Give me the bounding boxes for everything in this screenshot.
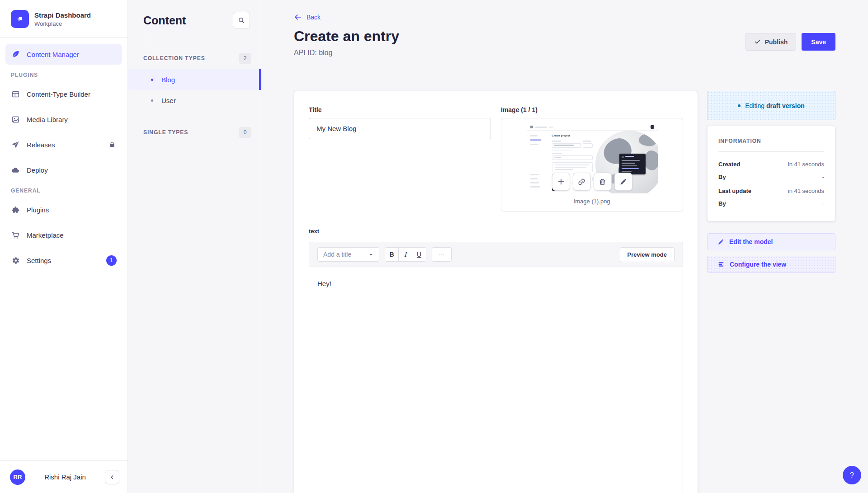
edit-model-label: Edit the model [729,238,773,245]
link-icon [578,178,585,186]
sidebar-footer: RR Rishi Raj Jain [0,460,127,493]
image-asset-card[interactable]: Create project [501,118,683,211]
info-label: Last update [718,188,751,194]
cart-icon [11,230,20,239]
info-value: in 41 seconds [788,161,824,168]
general-section-label: GENERAL [11,188,117,194]
editor-toolbar: Add a title B I U ... Prev [309,242,683,267]
sidebar-item-settings[interactable]: Settings 1 [5,250,122,271]
collection-type-label: User [161,97,176,104]
main-sidebar: Strapi Dashboard Workplace Content Manag… [0,0,128,493]
image-actions [501,173,683,191]
thumb-avatar [651,125,654,129]
collapse-sidebar-button[interactable] [105,470,119,484]
subnav-title: Content [143,14,186,27]
fields-row: Title Image (1 / 1) [309,106,683,211]
bullet-icon [151,99,153,102]
plugins-section-label: PLUGINS [11,72,117,78]
header-actions: Publish Save [745,33,835,51]
bold-button[interactable]: B [385,248,399,261]
list-layout-icon [717,261,725,268]
workspace-subtitle: Workplace [34,20,91,27]
information-divider [718,151,824,152]
publish-label: Publish [765,38,788,46]
save-button[interactable]: Save [802,33,835,51]
user-name: Rishi Raj Jain [32,473,99,481]
info-row-created-by: By - [718,174,824,180]
draft-banner-text: Editing draft version [745,102,805,109]
edit-asset-button[interactable] [614,173,632,191]
subnav-divider [143,40,156,40]
avatar[interactable]: RR [10,470,25,485]
format-button-group: B I U [385,247,426,262]
entry-form-card: Title Image (1 / 1) [294,91,698,493]
title-input[interactable] [309,118,491,139]
rich-text-editor: Add a title B I U ... Prev [309,242,683,493]
save-label: Save [811,38,826,46]
copy-link-button[interactable] [573,173,591,191]
info-row-updated-by: By - [718,200,824,207]
sidebar-item-marketplace[interactable]: Marketplace [5,225,122,245]
information-title: INFORMATION [718,138,824,144]
title-field-label: Title [309,106,491,113]
image-field: Image (1 / 1) [501,106,683,211]
image-field-label: Image (1 / 1) [501,106,683,113]
collection-type-user[interactable]: User [128,90,261,111]
back-link[interactable]: Back [294,13,321,21]
collection-type-blog[interactable]: Blog [128,69,261,90]
text-field: text Add a title B I [309,228,683,493]
collection-types-label: COLLECTION TYPES [143,55,205,61]
chevron-down-icon [368,252,373,257]
layout-icon [11,89,20,99]
info-value: - [822,200,824,207]
draft-bold-text: draft version [766,102,805,109]
more-formats-button[interactable]: ... [432,247,452,262]
feather-icon [11,50,20,59]
thumb-tooltip [619,154,646,174]
sidebar-item-content-manager[interactable]: Content Manager [5,44,122,65]
configure-view-button[interactable]: Configure the view [707,256,835,273]
info-value: in 41 seconds [788,188,824,194]
search-icon [238,17,245,24]
chevron-left-icon [109,474,115,480]
sidebar-item-plugins[interactable]: Plugins [5,199,122,220]
trash-icon [599,178,606,186]
add-asset-button[interactable] [552,173,570,191]
editor-content[interactable]: Hey! [309,267,683,493]
draft-prefix: Editing [745,102,764,109]
collection-types-group: COLLECTION TYPES 2 [128,53,261,64]
publish-button[interactable]: Publish [745,33,797,51]
title-style-select[interactable]: Add a title [317,247,379,262]
sidebar-item-label: Releases [27,141,55,149]
edit-model-button[interactable]: Edit the model [707,233,835,250]
gear-icon [11,256,20,265]
sidebar-item-deploy[interactable]: Deploy [5,160,122,180]
preview-mode-button[interactable]: Preview mode [620,247,675,262]
search-button[interactable] [233,12,250,29]
workspace-text: Strapi Dashboard Workplace [34,11,91,27]
info-value: - [822,174,824,180]
sidebar-item-media-library[interactable]: Media Library [5,109,122,130]
sidebar-item-label: Plugins [27,206,49,214]
thumb-topbar [527,123,658,131]
info-row-last-update: Last update in 41 seconds [718,188,824,194]
arrow-left-icon [294,13,302,21]
delete-asset-button[interactable] [594,173,612,191]
info-label: By [718,174,726,180]
pencil-icon [619,178,627,186]
collection-types-count: 2 [239,53,251,64]
lock-icon [108,140,117,149]
entry-content-row: Title Image (1 / 1) [294,91,835,493]
text-field-label: text [309,228,683,235]
sidebar-item-label: Content-Type Builder [27,90,90,98]
entry-side-panel: Editing draft version INFORMATION Create… [707,91,835,493]
help-button[interactable]: ? [843,466,861,484]
underline-button[interactable]: U [412,248,426,261]
workspace-brand[interactable]: Strapi Dashboard Workplace [0,0,127,37]
italic-button[interactable]: I [399,248,412,261]
sidebar-item-content-type-builder[interactable]: Content-Type Builder [5,84,122,104]
sidebar-item-releases[interactable]: Releases [5,134,122,155]
sidebar-item-label: Settings [27,257,51,264]
strapi-logo-icon [11,10,29,28]
collection-type-label: Blog [161,76,175,84]
